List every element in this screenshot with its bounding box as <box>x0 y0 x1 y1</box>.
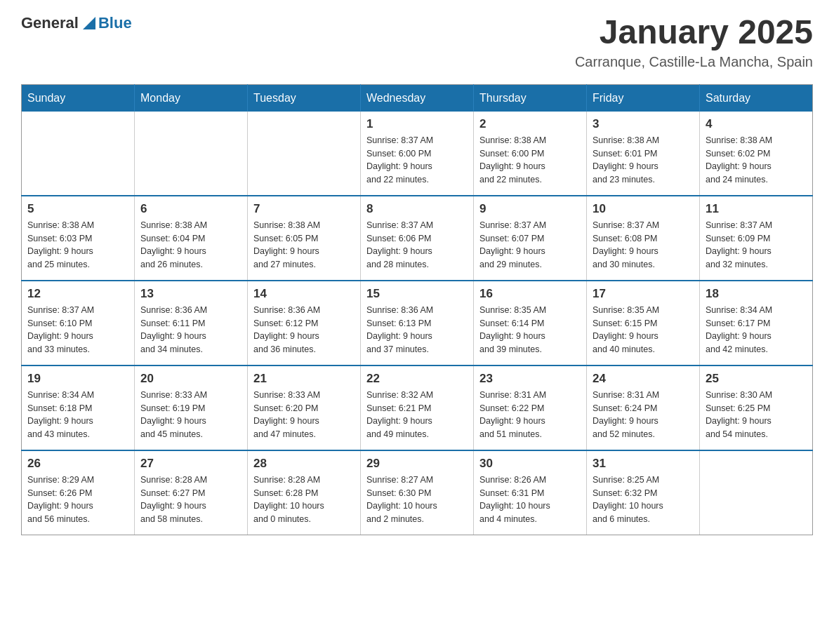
day-number: 10 <box>593 202 694 216</box>
day-info: Sunrise: 8:37 AMSunset: 6:06 PMDaylight:… <box>366 219 468 271</box>
day-info: Sunrise: 8:38 AMSunset: 6:01 PMDaylight:… <box>593 134 694 187</box>
calendar-cell: 31Sunrise: 8:25 AMSunset: 6:32 PMDayligh… <box>587 450 700 535</box>
calendar-cell: 26Sunrise: 8:29 AMSunset: 6:26 PMDayligh… <box>22 450 135 535</box>
day-number: 7 <box>253 202 355 216</box>
calendar-cell: 6Sunrise: 8:38 AMSunset: 6:04 PMDaylight… <box>135 196 248 281</box>
day-info: Sunrise: 8:36 AMSunset: 6:11 PMDaylight:… <box>140 304 241 356</box>
weekday-header-saturday: Saturday <box>700 84 813 112</box>
day-number: 12 <box>27 287 128 301</box>
calendar-cell: 25Sunrise: 8:30 AMSunset: 6:25 PMDayligh… <box>700 365 813 450</box>
day-info: Sunrise: 8:37 AMSunset: 6:07 PMDaylight:… <box>479 219 581 271</box>
calendar-cell: 16Sunrise: 8:35 AMSunset: 6:14 PMDayligh… <box>474 281 587 365</box>
day-number: 25 <box>706 372 807 386</box>
day-info: Sunrise: 8:33 AMSunset: 6:20 PMDaylight:… <box>253 389 355 441</box>
day-number: 30 <box>479 457 581 471</box>
day-info: Sunrise: 8:35 AMSunset: 6:14 PMDaylight:… <box>479 304 581 356</box>
calendar-cell <box>248 112 361 196</box>
day-info: Sunrise: 8:34 AMSunset: 6:17 PMDaylight:… <box>706 304 807 356</box>
weekday-header-sunday: Sunday <box>22 84 135 112</box>
day-number: 31 <box>593 457 694 471</box>
calendar-header: SundayMondayTuesdayWednesdayThursdayFrid… <box>22 84 813 112</box>
calendar-cell: 28Sunrise: 8:28 AMSunset: 6:28 PMDayligh… <box>248 450 361 535</box>
weekday-header-row: SundayMondayTuesdayWednesdayThursdayFrid… <box>22 84 813 112</box>
day-info: Sunrise: 8:32 AMSunset: 6:21 PMDaylight:… <box>366 389 468 441</box>
day-number: 21 <box>253 372 355 386</box>
day-number: 16 <box>479 287 581 301</box>
calendar-cell: 5Sunrise: 8:38 AMSunset: 6:03 PMDaylight… <box>22 196 135 281</box>
day-number: 5 <box>27 202 128 216</box>
calendar-cell <box>135 112 248 196</box>
calendar-cell: 13Sunrise: 8:36 AMSunset: 6:11 PMDayligh… <box>135 281 248 365</box>
day-info: Sunrise: 8:28 AMSunset: 6:27 PMDaylight:… <box>140 474 241 526</box>
calendar-cell: 17Sunrise: 8:35 AMSunset: 6:15 PMDayligh… <box>587 281 700 365</box>
day-info: Sunrise: 8:38 AMSunset: 6:05 PMDaylight:… <box>253 219 355 271</box>
calendar-cell: 10Sunrise: 8:37 AMSunset: 6:08 PMDayligh… <box>587 196 700 281</box>
logo-triangle-icon <box>83 17 95 29</box>
day-number: 17 <box>593 287 694 301</box>
day-info: Sunrise: 8:35 AMSunset: 6:15 PMDaylight:… <box>593 304 694 356</box>
day-info: Sunrise: 8:29 AMSunset: 6:26 PMDaylight:… <box>27 474 128 526</box>
day-info: Sunrise: 8:37 AMSunset: 6:10 PMDaylight:… <box>27 304 128 356</box>
day-info: Sunrise: 8:28 AMSunset: 6:28 PMDaylight:… <box>253 474 355 526</box>
page-header: General Blue January 2025 Carranque, Cas… <box>21 14 813 70</box>
calendar-cell: 24Sunrise: 8:31 AMSunset: 6:24 PMDayligh… <box>587 365 700 450</box>
day-info: Sunrise: 8:36 AMSunset: 6:12 PMDaylight:… <box>253 304 355 356</box>
weekday-header-friday: Friday <box>587 84 700 112</box>
day-info: Sunrise: 8:30 AMSunset: 6:25 PMDaylight:… <box>706 389 807 441</box>
day-number: 9 <box>479 202 581 216</box>
day-number: 24 <box>593 372 694 386</box>
calendar-cell: 20Sunrise: 8:33 AMSunset: 6:19 PMDayligh… <box>135 365 248 450</box>
calendar-cell: 2Sunrise: 8:38 AMSunset: 6:00 PMDaylight… <box>474 112 587 196</box>
title-block: January 2025 Carranque, Castille-La Manc… <box>575 14 813 70</box>
day-info: Sunrise: 8:37 AMSunset: 6:00 PMDaylight:… <box>366 134 468 187</box>
calendar-cell: 21Sunrise: 8:33 AMSunset: 6:20 PMDayligh… <box>248 365 361 450</box>
day-number: 2 <box>479 117 581 131</box>
calendar-cell: 1Sunrise: 8:37 AMSunset: 6:00 PMDaylight… <box>361 112 474 196</box>
calendar-cell <box>700 450 813 535</box>
calendar-cell: 15Sunrise: 8:36 AMSunset: 6:13 PMDayligh… <box>361 281 474 365</box>
day-number: 27 <box>140 457 241 471</box>
day-number: 1 <box>366 117 468 131</box>
day-number: 6 <box>140 202 241 216</box>
day-info: Sunrise: 8:38 AMSunset: 6:03 PMDaylight:… <box>27 219 128 271</box>
day-number: 13 <box>140 287 241 301</box>
day-number: 15 <box>366 287 468 301</box>
day-number: 28 <box>253 457 355 471</box>
day-number: 14 <box>253 287 355 301</box>
day-number: 3 <box>593 117 694 131</box>
calendar-cell: 18Sunrise: 8:34 AMSunset: 6:17 PMDayligh… <box>700 281 813 365</box>
day-info: Sunrise: 8:33 AMSunset: 6:19 PMDaylight:… <box>140 389 241 441</box>
day-info: Sunrise: 8:34 AMSunset: 6:18 PMDaylight:… <box>27 389 128 441</box>
logo-text-general: General <box>21 14 79 32</box>
calendar-week-row: 1Sunrise: 8:37 AMSunset: 6:00 PMDaylight… <box>22 112 813 196</box>
day-info: Sunrise: 8:27 AMSunset: 6:30 PMDaylight:… <box>366 474 468 526</box>
day-info: Sunrise: 8:31 AMSunset: 6:24 PMDaylight:… <box>593 389 694 441</box>
calendar-cell: 27Sunrise: 8:28 AMSunset: 6:27 PMDayligh… <box>135 450 248 535</box>
calendar-cell: 4Sunrise: 8:38 AMSunset: 6:02 PMDaylight… <box>700 112 813 196</box>
day-info: Sunrise: 8:37 AMSunset: 6:09 PMDaylight:… <box>706 219 807 271</box>
calendar-cell: 22Sunrise: 8:32 AMSunset: 6:21 PMDayligh… <box>361 365 474 450</box>
calendar-cell: 29Sunrise: 8:27 AMSunset: 6:30 PMDayligh… <box>361 450 474 535</box>
calendar-cell: 14Sunrise: 8:36 AMSunset: 6:12 PMDayligh… <box>248 281 361 365</box>
weekday-header-monday: Monday <box>135 84 248 112</box>
calendar-body: 1Sunrise: 8:37 AMSunset: 6:00 PMDaylight… <box>22 112 813 535</box>
calendar-cell: 30Sunrise: 8:26 AMSunset: 6:31 PMDayligh… <box>474 450 587 535</box>
day-number: 26 <box>27 457 128 471</box>
calendar-cell: 12Sunrise: 8:37 AMSunset: 6:10 PMDayligh… <box>22 281 135 365</box>
day-number: 23 <box>479 372 581 386</box>
calendar-cell: 8Sunrise: 8:37 AMSunset: 6:06 PMDaylight… <box>361 196 474 281</box>
calendar-cell: 7Sunrise: 8:38 AMSunset: 6:05 PMDaylight… <box>248 196 361 281</box>
day-number: 4 <box>706 117 807 131</box>
weekday-header-thursday: Thursday <box>474 84 587 112</box>
day-number: 8 <box>366 202 468 216</box>
calendar-week-row: 5Sunrise: 8:38 AMSunset: 6:03 PMDaylight… <box>22 196 813 281</box>
day-info: Sunrise: 8:36 AMSunset: 6:13 PMDaylight:… <box>366 304 468 356</box>
day-number: 29 <box>366 457 468 471</box>
day-number: 22 <box>366 372 468 386</box>
day-info: Sunrise: 8:25 AMSunset: 6:32 PMDaylight:… <box>593 474 694 526</box>
calendar-cell: 3Sunrise: 8:38 AMSunset: 6:01 PMDaylight… <box>587 112 700 196</box>
weekday-header-tuesday: Tuesday <box>248 84 361 112</box>
day-info: Sunrise: 8:26 AMSunset: 6:31 PMDaylight:… <box>479 474 581 526</box>
calendar-cell <box>22 112 135 196</box>
calendar-week-row: 12Sunrise: 8:37 AMSunset: 6:10 PMDayligh… <box>22 281 813 365</box>
